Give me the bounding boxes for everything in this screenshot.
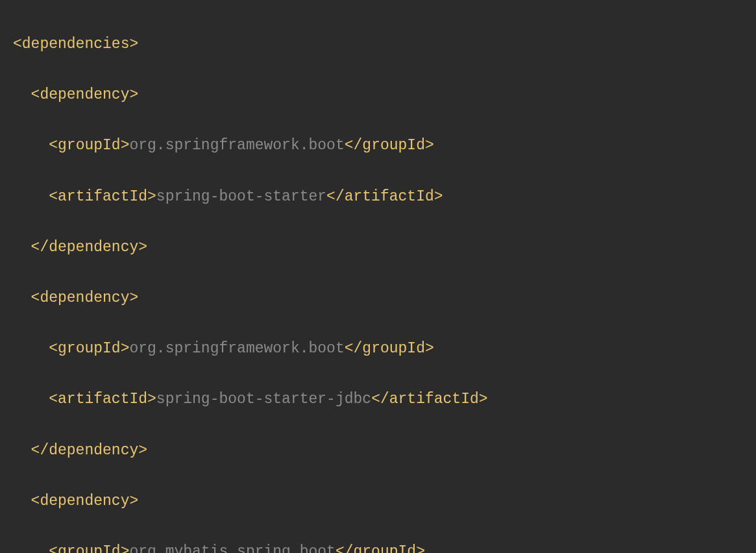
groupid-value: org.mybatis.spring.boot bbox=[129, 543, 335, 553]
groupid-value: org.springframework.boot bbox=[129, 340, 344, 357]
artifactid-close-tag: </artifactId> bbox=[326, 188, 443, 205]
artifactid-value: spring-boot-starter-jdbc bbox=[156, 391, 371, 408]
groupid-open-tag: <groupId> bbox=[49, 340, 129, 357]
dependency-open-tag: <dependency> bbox=[31, 493, 139, 510]
groupid-close-tag: </groupId> bbox=[345, 340, 434, 357]
artifactid-open-tag: <artifactId> bbox=[49, 188, 156, 205]
dependency-open-tag: <dependency> bbox=[31, 86, 139, 103]
dependencies-open-tag: <dependencies> bbox=[13, 36, 138, 53]
dependency-close-tag: </dependency> bbox=[31, 442, 147, 459]
groupid-close-tag: </groupId> bbox=[335, 543, 425, 553]
dependency-open-tag: <dependency> bbox=[31, 289, 139, 306]
dependency-close-tag: </dependency> bbox=[31, 239, 147, 256]
groupid-close-tag: </groupId> bbox=[345, 137, 434, 154]
xml-code-block: <dependencies> <dependency> <groupId>org… bbox=[13, 6, 743, 553]
groupid-value: org.springframework.boot bbox=[129, 137, 344, 154]
artifactid-value: spring-boot-starter bbox=[156, 188, 326, 205]
artifactid-open-tag: <artifactId> bbox=[49, 391, 156, 408]
groupid-open-tag: <groupId> bbox=[49, 137, 129, 154]
groupid-open-tag: <groupId> bbox=[49, 543, 129, 553]
artifactid-close-tag: </artifactId> bbox=[371, 391, 487, 408]
